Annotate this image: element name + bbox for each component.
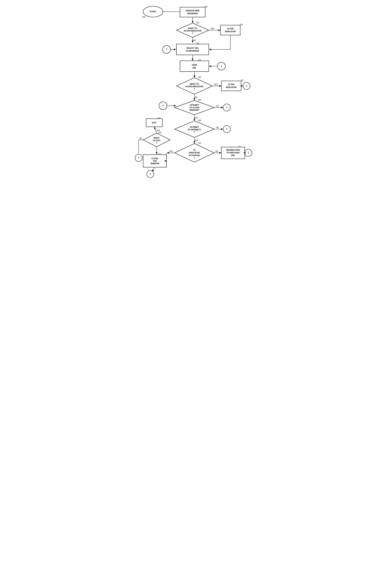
arrow-112-2b — [152, 167, 155, 172]
circle-3b-label: 3 — [138, 157, 139, 159]
yes-110: YES — [169, 150, 173, 152]
node-112-label1: CLOSE — [151, 157, 158, 160]
ref-104: 104 — [196, 42, 199, 44]
ref-101: 101 — [204, 6, 208, 8]
node-111-label1: REDIRECTION — [226, 149, 240, 151]
node-102-label2: ALTER INDICATOR — [184, 30, 201, 32]
start-label: START — [150, 10, 156, 13]
ref-105: 105 — [198, 59, 201, 61]
node-101-label: ENGAGE WEB — [186, 10, 199, 12]
node-109-label3: ? — [194, 131, 195, 133]
yes-109: YES — [194, 140, 198, 142]
node-106-label1: WANT TO — [190, 83, 199, 85]
ref-109: 109 — [198, 119, 201, 121]
node-101-label2: BROWSER — [187, 12, 198, 15]
circle-4a-label: 4 — [246, 85, 247, 87]
ref-114: 114 — [157, 117, 160, 119]
no-110: NO — [215, 150, 218, 152]
node-106-label2: ALTER INDICATOR — [185, 85, 203, 87]
circle-1b-label: 1 — [226, 106, 227, 108]
yes-106: YES — [214, 84, 217, 85]
node-104-label2: IN BROWSER — [186, 50, 199, 52]
node-112-label3: WINDOW — [150, 162, 159, 165]
node-111-label3: URL — [231, 154, 235, 156]
circle-1c-label: 1 — [248, 152, 249, 154]
circle-1a-label: 1 — [221, 65, 222, 67]
circle-3a-label: 3 — [166, 48, 167, 50]
node-110-label4: ? — [194, 157, 195, 159]
node-103 — [220, 25, 240, 35]
node-110-label2: INDICATOR — [189, 152, 200, 154]
node-105-label2: URL — [192, 67, 196, 69]
no-102: NO — [193, 39, 196, 41]
circle-4b-label: 4 — [162, 105, 163, 107]
node-110-label3: ACTIVATED — [189, 154, 200, 156]
node-113-label3: ? — [156, 142, 157, 144]
node-103-label2: INDICATOR — [225, 30, 235, 33]
node-109-label1: ATTEMPT — [190, 126, 199, 128]
ref-107: 107 — [240, 80, 243, 82]
node-108-label1: ATTEMPT — [190, 104, 199, 106]
node-105-label1: VIEW — [192, 64, 197, 66]
no-113: NO — [139, 137, 142, 139]
node-104 — [176, 44, 209, 55]
node-102-label3: ? — [192, 32, 193, 34]
ref-112: 112 — [158, 153, 161, 155]
ref-113: 113 — [158, 132, 161, 134]
ref-110: 110 — [198, 142, 201, 144]
node-103-label1: ALTER — [227, 27, 234, 30]
node-112-label2: THE — [153, 160, 157, 162]
no-108: NO — [216, 105, 219, 107]
node-114-label: EXIT — [152, 122, 156, 124]
circle-2a-label: 2 — [226, 128, 227, 130]
node-107-label1: ALTER — [228, 83, 235, 85]
node-110-label1: IS — [193, 149, 195, 151]
ref-108: 108 — [198, 99, 201, 101]
node-108-label3: WINDOW? — [189, 109, 199, 111]
node-111-label2: TO ANOTHER — [226, 152, 239, 154]
node-102-label1: WANT TO — [188, 27, 197, 29]
node-108-label2: TO CLOSE — [189, 106, 199, 109]
ref-111: 111 — [238, 146, 241, 148]
ref-103: 103 — [239, 24, 243, 26]
flowchart-diagram: START 100 ENGAGE WEB BROWSER 101 WANT TO… — [131, 4, 254, 193]
node-113-label1: WANT — [153, 137, 159, 139]
yes-108: YES — [194, 117, 198, 119]
no-106: NO — [195, 96, 197, 98]
ref-100: 100 — [142, 16, 145, 18]
node-109-label2: TO REDIRECT — [188, 128, 201, 131]
node-107 — [221, 81, 241, 91]
node-107-label2: INDICATOR — [226, 86, 236, 88]
circle-2b-label: 2 — [150, 173, 151, 175]
no-109: NO — [216, 126, 219, 128]
node-105 — [180, 61, 209, 72]
node-104-label1: SELECT URL — [186, 47, 199, 49]
yes-102: YES — [210, 28, 214, 30]
node-113-label2: TO EXIT — [153, 139, 160, 142]
ref-102: 102 — [196, 22, 199, 24]
yes-113: YES — [156, 129, 160, 131]
node-106-label3: ? — [194, 88, 195, 90]
node-101 — [180, 7, 205, 17]
ref-106: 106 — [198, 76, 201, 78]
